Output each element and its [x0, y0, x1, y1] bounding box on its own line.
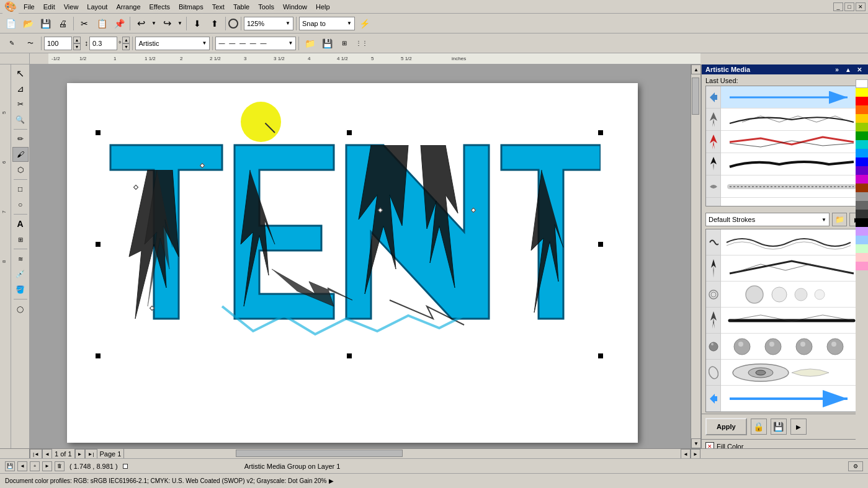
grid-button[interactable]: ⋮⋮: [354, 35, 370, 51]
style-dropdown[interactable]: Artistic ▼: [135, 37, 210, 50]
stroke-item-feather[interactable]: [721, 255, 862, 282]
height-up[interactable]: ▲: [122, 37, 130, 43]
menu-help[interactable]: Help: [312, 2, 334, 12]
save-file-button[interactable]: 💾: [319, 35, 335, 51]
snap-dropdown[interactable]: Snap to ▼: [299, 17, 355, 30]
paste-button[interactable]: 📌: [111, 16, 127, 32]
page-next-button[interactable]: ►: [75, 449, 85, 459]
next-page-status-button[interactable]: ►: [42, 461, 52, 471]
copy-button[interactable]: 📋: [94, 16, 110, 32]
save-preset-button[interactable]: 💾: [771, 419, 787, 435]
h-scroll-right[interactable]: ►: [691, 449, 700, 459]
width-spinner[interactable]: ▲ ▼: [73, 37, 81, 50]
scroll-up-button[interactable]: ▲: [691, 64, 700, 74]
lock-button[interactable]: 🔒: [751, 419, 767, 435]
prev-page-status-button[interactable]: ◄: [17, 461, 27, 471]
stroke-item-arrow[interactable]: [721, 386, 862, 412]
table-tool[interactable]: ⊞: [12, 232, 29, 247]
height-input[interactable]: [89, 37, 117, 50]
brush-item-feather-dark[interactable]: [721, 109, 862, 131]
cut-button[interactable]: ✂: [76, 16, 92, 32]
color-stop-indicator[interactable]: [123, 464, 128, 469]
stroke-item-wave[interactable]: [721, 229, 862, 255]
menu-view[interactable]: View: [60, 2, 83, 12]
freehand-draw-tool[interactable]: ✏: [12, 131, 29, 146]
line-style-dropdown[interactable]: — — — — — ▼: [215, 37, 296, 50]
h-scroll-thumb[interactable]: [236, 450, 403, 457]
rectangle-tool[interactable]: □: [12, 182, 29, 197]
menu-layout[interactable]: Layout: [83, 2, 111, 12]
menu-text[interactable]: Text: [208, 2, 228, 12]
color-magenta[interactable]: [856, 175, 868, 184]
import-button[interactable]: ⬇: [189, 16, 205, 32]
width-down[interactable]: ▼: [73, 43, 81, 50]
color-hotpink[interactable]: [856, 262, 868, 270]
snap-icon[interactable]: ⚡: [356, 16, 372, 32]
stroke-item-feather-long[interactable]: [721, 308, 862, 334]
shape-tool[interactable]: ⊿: [12, 81, 29, 96]
redo-button[interactable]: ↪: [159, 16, 175, 32]
color-lightblue[interactable]: [856, 149, 868, 157]
maximize-button[interactable]: □: [844, 2, 854, 11]
status-settings-button[interactable]: ⚙: [848, 461, 863, 471]
color-blue[interactable]: [856, 157, 868, 166]
panel-close-button[interactable]: ✕: [854, 64, 864, 74]
stroke-item-ball[interactable]: [721, 334, 862, 360]
color-skyblue[interactable]: [856, 236, 868, 244]
zoom-display-button[interactable]: [228, 19, 238, 29]
page-last-button[interactable]: ►|: [85, 449, 97, 459]
width-input[interactable]: [44, 37, 72, 50]
open-button[interactable]: 📂: [20, 16, 36, 32]
save-toolbar-button[interactable]: 💾: [37, 16, 53, 32]
color-purple[interactable]: [856, 166, 868, 175]
display-options-button[interactable]: ⊞: [336, 35, 352, 51]
color-pink[interactable]: [856, 253, 868, 262]
export-button[interactable]: ⬆: [207, 16, 223, 32]
panel-float-button[interactable]: ▲: [843, 64, 853, 74]
minimize-button[interactable]: _: [833, 2, 843, 11]
stroke-item-swirl[interactable]: [721, 360, 862, 386]
stroke-item-spiral[interactable]: [721, 282, 862, 308]
brush-item-fade[interactable]: [721, 175, 862, 198]
color-verydarkgray[interactable]: [856, 210, 868, 218]
text-tool[interactable]: A: [12, 216, 29, 231]
menu-file[interactable]: File: [20, 2, 38, 12]
dropper-tool[interactable]: 💉: [12, 267, 29, 282]
color-darkgray[interactable]: [856, 201, 868, 210]
color-gold[interactable]: [856, 114, 868, 123]
color-orange[interactable]: [856, 105, 868, 114]
brush-item-feather-color[interactable]: [721, 131, 862, 153]
menu-window[interactable]: Window: [279, 2, 311, 12]
panel-right-button[interactable]: ▶: [790, 419, 807, 435]
color-white[interactable]: [856, 79, 868, 88]
color-green[interactable]: [856, 131, 868, 140]
height-down[interactable]: ▼: [122, 43, 130, 50]
selection-tool[interactable]: ↖: [12, 66, 29, 81]
ellipse-tool[interactable]: ○: [12, 197, 29, 212]
scroll-thumb-v[interactable]: [692, 78, 699, 115]
canvas-area[interactable]: ×: [30, 64, 700, 448]
color-brown[interactable]: [856, 184, 868, 192]
outline-tool[interactable]: ◯: [12, 301, 29, 316]
freehand-tool[interactable]: ✎: [2, 35, 21, 51]
print-button[interactable]: 🖨: [55, 16, 71, 32]
undo-button[interactable]: ↩: [133, 16, 149, 32]
panel-expand-button[interactable]: »: [832, 64, 842, 74]
zoom-tool[interactable]: 🔍: [12, 112, 29, 127]
fill-tool[interactable]: 🪣: [12, 282, 29, 297]
color-profile-expand[interactable]: ▶: [329, 477, 334, 484]
width-up[interactable]: ▲: [73, 37, 81, 43]
menu-effects[interactable]: Effects: [146, 2, 174, 12]
redo-dropdown[interactable]: ▼: [176, 16, 184, 32]
height-spinner[interactable]: ▲ ▼: [122, 37, 130, 50]
smooth-tool[interactable]: 〜: [22, 35, 38, 51]
apply-button[interactable]: Apply: [705, 418, 747, 435]
color-black[interactable]: [856, 218, 868, 227]
new-button[interactable]: 📄: [2, 16, 19, 32]
strokes-folder-button[interactable]: 📁: [832, 213, 847, 226]
smart-fill-tool[interactable]: ⬡: [12, 162, 29, 177]
menu-edit[interactable]: Edit: [40, 2, 59, 12]
strokes-dropdown[interactable]: Default Strokes ▼: [705, 213, 830, 226]
brush-item-feather-black[interactable]: [721, 153, 862, 175]
color-red[interactable]: [856, 97, 868, 105]
